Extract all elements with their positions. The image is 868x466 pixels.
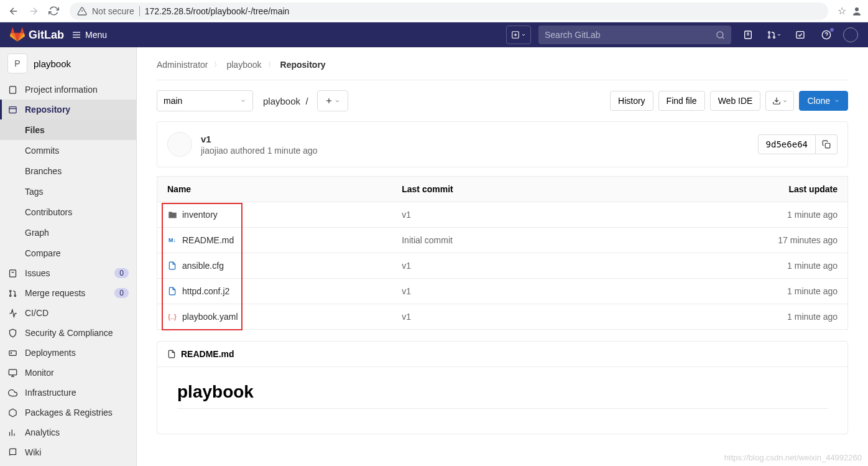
issues-icon[interactable] <box>739 26 757 44</box>
gitlab-logo[interactable]: GitLab <box>10 27 64 42</box>
svg-rect-25 <box>9 350 16 355</box>
sidebar-item-monitor[interactable]: Monitor <box>0 363 136 383</box>
sidebar-item-cicd[interactable]: CI/CD <box>0 303 136 323</box>
svg-rect-17 <box>9 86 16 93</box>
svg-point-23 <box>9 295 11 297</box>
sidebar-item-wiki[interactable]: Wiki <box>0 442 136 462</box>
sidebar-sub-contributors[interactable]: Contributors <box>0 202 136 222</box>
shield-icon <box>7 328 17 338</box>
sidebar-item-infra[interactable]: Infrastructure <box>0 383 136 403</box>
merge-requests-icon[interactable] <box>765 26 783 44</box>
history-button[interactable]: History <box>610 91 653 111</box>
sidebar-sub-graph[interactable]: Graph <box>0 222 136 243</box>
download-button[interactable] <box>765 91 794 111</box>
clone-button[interactable]: Clone <box>799 91 848 111</box>
repo-path[interactable]: playbook / <box>263 96 308 106</box>
table-row[interactable]: httpd.conf.j2v11 minute ago <box>157 279 848 304</box>
project-avatar: P <box>7 54 27 73</box>
sidebar-item-analytics[interactable]: Analytics <box>0 422 136 442</box>
svg-rect-20 <box>9 269 16 276</box>
browser-toolbar: Not secure 172.25.28.5/root/playbook/-/t… <box>0 0 868 22</box>
todos-icon[interactable] <box>791 26 810 44</box>
col-commit: Last commit <box>392 177 607 202</box>
profile-icon[interactable] <box>851 5 863 17</box>
svg-rect-18 <box>9 106 16 113</box>
breadcrumb-project[interactable]: playbook <box>226 60 261 70</box>
chevron-right-icon: 〉 <box>268 60 274 69</box>
branch-selector[interactable]: main <box>157 90 253 111</box>
file-icon <box>167 261 177 271</box>
new-dropdown[interactable] <box>506 26 531 44</box>
info-icon <box>7 85 17 95</box>
sidebar-sub-branches[interactable]: Branches <box>0 161 136 181</box>
table-row[interactable]: M↓README.mdInitial commit17 minutes ago <box>157 228 848 253</box>
last-commit: v1 jiaojiao authored 1 minute ago 9d5e6e… <box>157 121 848 167</box>
svg-point-13 <box>769 37 770 39</box>
sidebar-item-project-info[interactable]: Project information <box>0 80 136 100</box>
markdown-icon: M↓ <box>167 235 177 245</box>
package-icon <box>7 408 17 417</box>
sidebar-item-issues[interactable]: Issues0 <box>0 263 136 283</box>
commit-title[interactable]: v1 <box>201 134 749 144</box>
col-name: Name <box>157 177 392 202</box>
sidebar-project[interactable]: P playbook <box>0 47 136 80</box>
breadcrumb-current: Repository <box>280 60 326 70</box>
warning-icon <box>77 6 87 16</box>
project-name: playbook <box>34 58 71 69</box>
svg-point-24 <box>14 295 16 297</box>
table-row[interactable]: inventoryv11 minute ago <box>157 202 848 228</box>
svg-rect-15 <box>796 32 804 39</box>
mr-icon <box>7 288 17 298</box>
forward-button[interactable] <box>25 2 42 20</box>
cicd-icon <box>7 308 17 318</box>
copy-sha-button[interactable] <box>816 134 838 154</box>
watermark: https://blog.csdn.net/weixin_44992260 <box>724 453 862 462</box>
readme-heading: playbook <box>177 382 828 409</box>
url-bar[interactable]: Not secure 172.25.28.5/root/playbook/-/t… <box>70 2 828 20</box>
search-bar[interactable] <box>538 26 731 44</box>
table-row[interactable]: ansible.cfgv11 minute ago <box>157 253 848 279</box>
commit-sha[interactable]: 9d5e6e64 <box>758 134 816 154</box>
help-icon[interactable] <box>817 26 836 44</box>
sidebar-sub-tags[interactable]: Tags <box>0 181 136 202</box>
readme-header: README.md <box>157 342 847 367</box>
search-icon <box>716 30 725 40</box>
chart-icon <box>7 427 17 437</box>
table-row[interactable]: {..}playbook.yamlv11 minute ago <box>157 304 848 330</box>
web-ide-button[interactable]: Web IDE <box>710 91 761 111</box>
file-icon <box>167 286 177 296</box>
bookmark-icon[interactable]: ☆ <box>836 5 848 17</box>
col-update: Last update <box>607 177 847 202</box>
svg-point-0 <box>855 7 859 11</box>
menu-toggle[interactable]: Menu <box>72 30 107 40</box>
breadcrumb-admin[interactable]: Administrator <box>157 60 208 70</box>
sidebar-item-security[interactable]: Security & Compliance <box>0 323 136 343</box>
url-text: 172.25.28.5/root/playbook/-/tree/main <box>145 6 290 16</box>
user-avatar[interactable] <box>843 27 858 42</box>
find-file-button[interactable]: Find file <box>658 91 705 111</box>
chevron-down-icon <box>240 98 246 104</box>
sidebar-item-repository[interactable]: Repository <box>0 100 136 119</box>
svg-point-26 <box>11 352 11 353</box>
sidebar-item-mr[interactable]: Merge requests0 <box>0 283 136 303</box>
sidebar-sub-files[interactable]: Files <box>0 119 136 140</box>
file-icon <box>167 350 176 358</box>
reload-button[interactable] <box>45 2 62 20</box>
commit-sha-group: 9d5e6e64 <box>758 134 838 154</box>
gitlab-header: GitLab Menu <box>0 22 868 47</box>
book-icon <box>7 447 17 457</box>
svg-line-8 <box>722 37 724 39</box>
sidebar-item-packages[interactable]: Packages & Registries <box>0 403 136 422</box>
rocket-icon <box>7 348 17 358</box>
sidebar-item-deployments[interactable]: Deployments <box>0 343 136 363</box>
svg-point-12 <box>769 32 770 34</box>
back-button[interactable] <box>5 2 22 20</box>
sidebar-sub-commits[interactable]: Commits <box>0 140 136 161</box>
mr-count: 0 <box>114 288 129 298</box>
tree-controls: main playbook / History Find file Web ID… <box>157 80 848 121</box>
sidebar-sub-compare[interactable]: Compare <box>0 243 136 263</box>
commit-avatar <box>167 132 192 157</box>
add-to-tree-button[interactable] <box>317 90 348 111</box>
chevron-right-icon: 〉 <box>214 60 220 69</box>
search-input[interactable] <box>545 30 716 40</box>
